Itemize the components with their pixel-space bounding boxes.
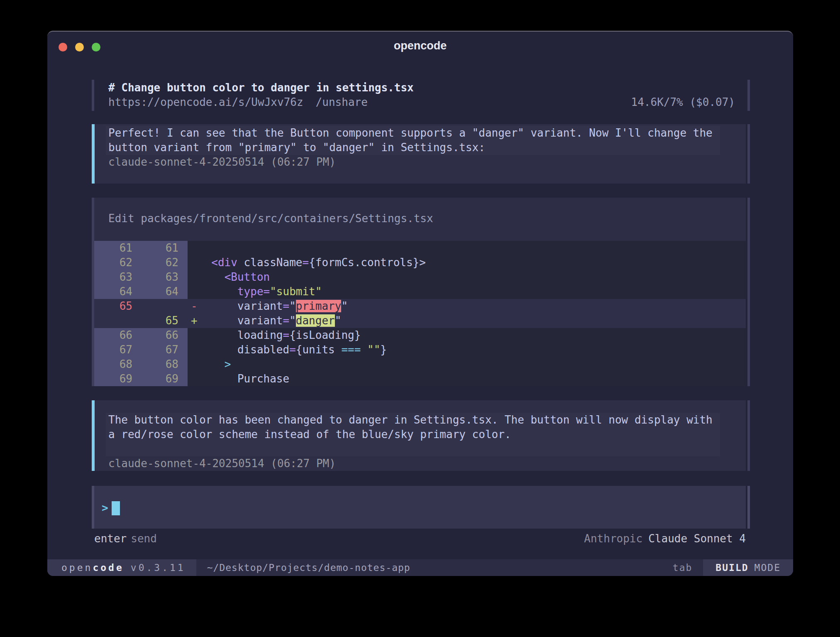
diff-row: 6464 type="submit" bbox=[94, 284, 746, 299]
new-line-number: 64 bbox=[132, 284, 178, 299]
code-line: disabled={units === ""} bbox=[198, 343, 746, 357]
new-line-number: 68 bbox=[132, 357, 178, 372]
assistant-message: The button color has been changed to dan… bbox=[47, 400, 793, 471]
new-line-number: 66 bbox=[132, 328, 178, 343]
code-line: <Button bbox=[198, 270, 746, 284]
diff-gutter: 6363 bbox=[94, 270, 188, 284]
old-line-number bbox=[94, 314, 132, 328]
message-text: Perfect! I can see that the Button compo… bbox=[106, 126, 720, 155]
message-text: The button color has been changed to dan… bbox=[106, 413, 720, 456]
input-right-bar bbox=[747, 486, 750, 529]
diff-row: 6161 bbox=[94, 241, 746, 255]
old-line-number: 61 bbox=[94, 241, 132, 255]
session-header: # Change button color to danger in setti… bbox=[47, 80, 793, 111]
message-right-bar bbox=[747, 400, 750, 471]
message-meta: claude-sonnet-4-20250514 (06:27 PM) bbox=[108, 456, 720, 471]
mode-badge: BUILDMODE bbox=[703, 559, 793, 576]
old-line-number: 63 bbox=[94, 270, 132, 284]
diff-marker bbox=[188, 357, 198, 372]
code-line bbox=[198, 241, 746, 255]
diff-marker bbox=[188, 241, 198, 255]
tab-key-hint: tab bbox=[673, 561, 693, 575]
input-left-bar bbox=[92, 486, 94, 529]
code-line: variant="primary" bbox=[198, 299, 746, 314]
diff-gutter: 6969 bbox=[94, 372, 188, 386]
diff-row: 65+ variant="danger" bbox=[94, 314, 746, 328]
diff-gutter: 6868 bbox=[94, 357, 188, 372]
code-line: loading={isLoading} bbox=[198, 328, 746, 343]
assistant-message: Perfect! I can see that the Button compo… bbox=[47, 124, 793, 184]
message-line: The button color has been changed to dan… bbox=[108, 413, 713, 427]
session-header-right-bar bbox=[747, 80, 750, 111]
old-line-number: 66 bbox=[94, 328, 132, 343]
code-line: variant="danger" bbox=[198, 314, 746, 328]
edit-panel-right-bar bbox=[747, 198, 750, 386]
new-line-number: 67 bbox=[132, 343, 178, 357]
mode-word-label: MODE bbox=[755, 561, 781, 575]
diff-row: 6262 <div className={formCs.controls}> bbox=[94, 255, 746, 270]
message-line: a red/rose color scheme instead of the b… bbox=[108, 427, 713, 442]
code-line: type="submit" bbox=[198, 284, 746, 299]
diff-gutter: 6464 bbox=[94, 284, 188, 299]
diff-marker bbox=[188, 343, 198, 357]
old-line-number: 62 bbox=[94, 255, 132, 270]
old-line-number: 67 bbox=[94, 343, 132, 357]
diff-row: 6868 > bbox=[94, 357, 746, 372]
diff-marker bbox=[188, 372, 198, 386]
status-bar: opencodev0.3.11 ~/Desktop/Projects/demo-… bbox=[47, 559, 793, 576]
code-line: <div className={formCs.controls}> bbox=[198, 255, 746, 270]
old-line-number: 65 bbox=[94, 299, 132, 314]
message-line: button variant from "primary" to "danger… bbox=[108, 140, 713, 155]
input-background bbox=[94, 486, 746, 529]
diff-row: 65- variant="primary" bbox=[94, 299, 746, 314]
session-title: # Change button color to danger in setti… bbox=[108, 81, 735, 95]
prompt-input[interactable]: > bbox=[47, 486, 793, 529]
app-name-code: code bbox=[93, 561, 124, 575]
diff-gutter: 65 bbox=[94, 314, 188, 328]
message-accent-bar bbox=[92, 400, 95, 471]
share-url[interactable]: https://opencode.ai/s/UwJxv76z bbox=[108, 95, 303, 110]
provider-label: Anthropic bbox=[584, 532, 642, 546]
message-right-bar bbox=[747, 124, 750, 184]
diff-marker: - bbox=[188, 299, 198, 314]
send-action-label: send bbox=[131, 532, 157, 546]
message-line bbox=[108, 442, 713, 456]
new-line-number: 63 bbox=[132, 270, 178, 284]
hints-row: enter send Anthropic Claude Sonnet 4 bbox=[94, 532, 746, 546]
app-version-badge: opencodev0.3.11 bbox=[47, 559, 196, 576]
diff-gutter: 6161 bbox=[94, 241, 188, 255]
old-line-number: 68 bbox=[94, 357, 132, 372]
titlebar: opencode bbox=[47, 32, 793, 55]
diff-row: 6666 loading={isLoading} bbox=[94, 328, 746, 343]
enter-key-hint: enter bbox=[94, 532, 127, 546]
diff-marker bbox=[188, 255, 198, 270]
code-line: > bbox=[198, 357, 746, 372]
diff-rows: 6161 6262 <div className={formCs.control… bbox=[94, 241, 746, 386]
diff-marker bbox=[188, 328, 198, 343]
terminal-window: opencode # Change button color to danger… bbox=[47, 31, 793, 575]
new-line-number: 65 bbox=[132, 314, 178, 328]
app-version: v0.3.11 bbox=[131, 561, 186, 575]
old-line-number: 69 bbox=[94, 372, 132, 386]
edit-file-title: Edit packages/frontend/src/containers/Se… bbox=[108, 211, 433, 226]
old-line-number: 64 bbox=[94, 284, 132, 299]
edit-tool-panel: Edit packages/frontend/src/containers/Se… bbox=[47, 198, 793, 386]
code-line: Purchase bbox=[198, 372, 746, 386]
app-name-open: open bbox=[61, 561, 93, 575]
working-directory: ~/Desktop/Projects/demo-notes-app bbox=[207, 561, 410, 575]
message-meta: claude-sonnet-4-20250514 (06:27 PM) bbox=[108, 155, 720, 169]
message-line: Perfect! I can see that the Button compo… bbox=[108, 126, 713, 140]
new-line-number: 69 bbox=[132, 372, 178, 386]
diff-gutter: 6262 bbox=[94, 255, 188, 270]
diff-row: 6969 Purchase bbox=[94, 372, 746, 386]
diff-marker bbox=[188, 270, 198, 284]
new-line-number: 61 bbox=[132, 241, 178, 255]
session-header-left-bar bbox=[92, 80, 94, 111]
diff-row: 6363 <Button bbox=[94, 270, 746, 284]
diff-gutter: 6767 bbox=[94, 343, 188, 357]
model-name: Claude Sonnet 4 bbox=[648, 532, 746, 546]
unshare-command: /unshare bbox=[316, 95, 368, 110]
diff-row: 6767 disabled={units === ""} bbox=[94, 343, 746, 357]
diff-gutter: 6666 bbox=[94, 328, 188, 343]
diff-marker: + bbox=[188, 314, 198, 328]
